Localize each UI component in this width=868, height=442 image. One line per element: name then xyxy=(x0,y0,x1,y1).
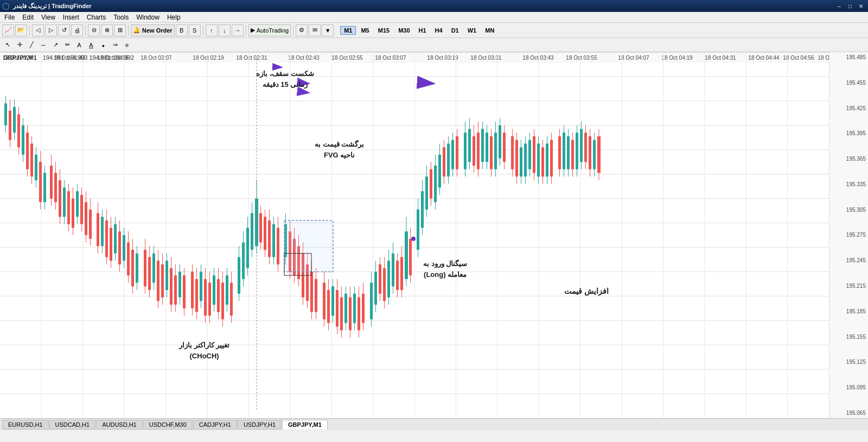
print-button[interactable]: 🖨 xyxy=(71,24,83,36)
menu-insert[interactable]: Insert xyxy=(60,12,82,22)
tf-mn[interactable]: MN xyxy=(481,26,498,35)
tf-w1[interactable]: W1 xyxy=(464,26,481,35)
price-195245: 195.245 xyxy=(832,257,866,263)
fvg-rectangle xyxy=(284,220,333,271)
tf-m30[interactable]: M30 xyxy=(394,26,413,35)
toolbar-sep2 xyxy=(85,25,86,36)
volume-down-button[interactable]: ↓ xyxy=(219,24,231,36)
tf-m1[interactable]: M1 xyxy=(340,26,356,35)
logo-icon: ⬡ xyxy=(2,1,10,11)
tf-m5[interactable]: M5 xyxy=(357,26,373,35)
menu-charts[interactable]: Charts xyxy=(84,12,109,22)
autotrading-button[interactable]: ▶ AutoTrading xyxy=(248,24,291,36)
sell-button[interactable]: S xyxy=(189,24,201,36)
forward-button[interactable]: ▷ xyxy=(45,24,57,36)
candle-group-13 xyxy=(558,122,601,180)
new-chart-icon: 📈 xyxy=(4,27,12,34)
timeframe-selector: M1 M5 M15 M30 H1 H4 D1 W1 MN xyxy=(340,26,498,35)
new-order-icon: 🔔 xyxy=(133,27,141,34)
new-chart-button[interactable]: 📈 xyxy=(2,24,14,36)
new-order-button[interactable]: 🔔 New Order xyxy=(131,24,175,36)
tab-usdjpy-h1[interactable]: USDJPY,H1 xyxy=(238,420,282,430)
trendline-tool[interactable]: ↗ xyxy=(50,40,61,50)
entry-dot xyxy=(411,237,416,241)
menubar: File Edit View Insert Charts Tools Windo… xyxy=(0,12,868,23)
price-195395: 195.395 xyxy=(832,130,866,136)
price-195335: 195.335 xyxy=(832,181,866,187)
tab-cadjpy-h1[interactable]: CADJPY,H1 xyxy=(193,420,237,430)
candle-group-8 xyxy=(323,271,365,337)
symbol-name: GBPJPY,M1 xyxy=(3,54,37,61)
zoom-out-button[interactable]: ⊖ xyxy=(88,24,100,36)
candle-group-10 xyxy=(417,129,458,257)
entry-annotation: سیگنال ورود به معامله (Long) xyxy=(423,258,467,280)
candle-group-3 xyxy=(97,202,138,293)
pen-tool[interactable]: ✏ xyxy=(62,40,73,50)
crosshair-tool[interactable]: ✛ xyxy=(14,40,25,50)
open-icon: 📂 xyxy=(17,27,25,34)
text-tool[interactable]: A xyxy=(74,40,85,50)
symbol-info: GBPJPY,M1 194.991 194.993 194.981 194.99… xyxy=(3,54,134,61)
price-195185: 195.185 xyxy=(832,308,866,314)
settings-button[interactable]: ⚙ xyxy=(296,24,308,36)
retracement-tool[interactable]: ≡ xyxy=(122,40,132,50)
price-195275: 195.275 xyxy=(832,232,866,238)
symbol-prices: 194.991 194.993 194.981 194.992 xyxy=(43,54,134,61)
back-button[interactable]: ◁ xyxy=(32,24,44,36)
close-button[interactable]: ✕ xyxy=(856,2,866,10)
candle-group-12 xyxy=(511,129,553,184)
bottom-tabs: EURUSD,H1 USDCAD,H1 AUDUSD,H1 USDCHF,M30… xyxy=(0,418,868,430)
hline-tool[interactable]: ─ xyxy=(38,40,49,50)
logo-text: TradingFinder | تریدینگ فایندر xyxy=(13,3,92,10)
dropdown-button[interactable]: ▼ xyxy=(322,24,334,36)
chart-svg xyxy=(0,52,829,418)
arrow-tool[interactable]: ⇒ xyxy=(110,40,120,50)
menu-file[interactable]: File xyxy=(1,12,18,22)
text-tool-2[interactable]: A xyxy=(86,40,97,50)
line-tool[interactable]: ╱ xyxy=(26,40,37,50)
zoom-in-button[interactable]: ⊕ xyxy=(101,24,113,36)
price-195425: 195.425 xyxy=(832,105,866,111)
price-195485: 195.485 xyxy=(832,54,866,60)
label-tool[interactable]: ⬥ xyxy=(98,40,108,50)
refresh-button[interactable]: ↺ xyxy=(58,24,70,36)
menu-view[interactable]: View xyxy=(38,12,59,22)
tab-eurusd-h1[interactable]: EURUSD,H1 xyxy=(2,420,49,430)
candle-group-1 xyxy=(4,96,46,210)
price-scale: 195.485 195.455 195.425 195.395 195.365 … xyxy=(829,52,868,418)
candle-group-5 xyxy=(191,264,233,327)
fit-button[interactable]: ⊞ xyxy=(114,24,126,36)
tab-usdcad-h1[interactable]: USDCAD,H1 xyxy=(49,420,96,430)
chart-main[interactable]: GBPJPY,M1 194.991 194.993 194.981 194.99… xyxy=(0,52,868,418)
price-195305: 195.305 xyxy=(832,207,866,213)
tf-h4[interactable]: H4 xyxy=(431,26,446,35)
mail-button[interactable]: ✉ xyxy=(309,24,321,36)
open-button[interactable]: 📂 xyxy=(15,24,27,36)
menu-window[interactable]: Window xyxy=(133,12,163,22)
menu-help[interactable]: Help xyxy=(164,12,184,22)
buy-button[interactable]: B xyxy=(176,24,188,36)
toolbar-sep5 xyxy=(246,25,246,36)
tf-d1[interactable]: D1 xyxy=(448,26,463,35)
menu-tools[interactable]: Tools xyxy=(110,12,132,22)
tab-audusd-h1[interactable]: AUDUSD,H1 xyxy=(96,420,143,430)
maximize-button[interactable]: □ xyxy=(845,2,855,10)
minimize-button[interactable]: – xyxy=(834,2,844,10)
price-195125: 195.125 xyxy=(832,359,866,365)
menu-edit[interactable]: Edit xyxy=(19,12,37,22)
tab-gbpjpy-m1[interactable]: GBPJPY,M1 xyxy=(282,420,328,430)
chart-canvas: شکست سقف، بازه زمانی 15 دقیقه برگشت قیمت… xyxy=(0,52,829,418)
cursor-tool[interactable]: ↖ xyxy=(2,40,13,50)
candle-group-4 xyxy=(144,239,186,316)
window-controls: – □ ✕ xyxy=(834,2,866,10)
candle-group-2 xyxy=(50,155,92,247)
rise-annotation: افزایش قیمت xyxy=(564,286,609,297)
tf-m15[interactable]: M15 xyxy=(374,26,393,35)
price-195155: 195.155 xyxy=(832,334,866,340)
tab-usdchf-m30[interactable]: USDCHF,M30 xyxy=(143,420,193,430)
tf-h1[interactable]: H1 xyxy=(415,26,430,35)
price-195065: 195.065 xyxy=(832,410,866,416)
volume-up-button[interactable]: ↑ xyxy=(206,24,218,36)
volume-right-button[interactable]: → xyxy=(232,24,244,36)
toolbar-sep1 xyxy=(29,25,30,36)
